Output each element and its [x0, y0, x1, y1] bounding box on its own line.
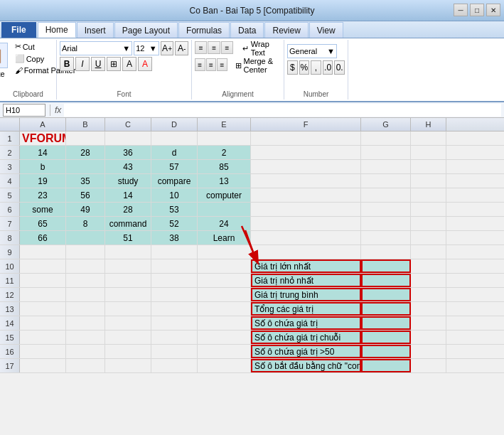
close-button[interactable]: ✕ [486, 4, 500, 16]
cell-d2[interactable]: d [151, 146, 198, 159]
cell-e2[interactable]: 2 [198, 146, 251, 159]
cell-reference-box[interactable]: H10 [3, 104, 45, 117]
cell-e10[interactable] [198, 259, 251, 273]
decrease-decimal-button[interactable]: 0. [334, 60, 345, 75]
cell-h17[interactable] [411, 359, 446, 372]
tab-view[interactable]: View [309, 22, 343, 38]
cell-e8[interactable]: Learn [198, 231, 251, 245]
maximize-button[interactable]: □ [470, 4, 484, 16]
cell-f12[interactable]: Giá trị trung bình [251, 288, 361, 301]
cell-g2[interactable] [361, 146, 411, 159]
cell-a4[interactable]: 19 [20, 174, 66, 188]
cell-f6[interactable] [251, 203, 361, 216]
cell-f14[interactable]: Số ô chứa giá trị [251, 316, 361, 330]
minimize-button[interactable]: ─ [454, 4, 468, 16]
cell-b14[interactable] [66, 316, 105, 330]
cell-a6[interactable]: some [20, 203, 66, 216]
cell-a15[interactable] [20, 331, 66, 344]
tab-home[interactable]: Home [38, 22, 76, 38]
font-size-select[interactable]: 12 ▼ [134, 41, 159, 55]
cell-e15[interactable] [198, 331, 251, 344]
cell-e11[interactable] [198, 274, 251, 287]
cell-c13[interactable] [105, 302, 151, 316]
cell-g14[interactable] [361, 316, 411, 330]
cell-a12[interactable] [20, 288, 66, 301]
cell-h16[interactable] [411, 345, 446, 358]
align-right-button[interactable]: ≡ [217, 58, 227, 71]
tab-insert[interactable]: Insert [77, 22, 114, 38]
border-button[interactable]: ⊞ [107, 57, 121, 71]
increase-font-button[interactable]: A+ [161, 41, 174, 55]
cell-f7[interactable] [251, 217, 361, 230]
italic-button[interactable]: I [75, 57, 90, 71]
cell-e12[interactable] [198, 288, 251, 301]
align-top-center-button[interactable]: ≡ [208, 41, 220, 54]
tab-page-layout[interactable]: Page Layout [114, 22, 178, 38]
tab-file[interactable]: File [1, 22, 36, 38]
col-header-e[interactable]: E [198, 118, 251, 131]
cell-c10[interactable] [105, 259, 151, 273]
cell-f15[interactable]: Số ô chứa giá trị chuỗi [251, 331, 361, 344]
cell-a11[interactable] [20, 274, 66, 287]
col-header-d[interactable]: D [151, 118, 198, 131]
cell-c5[interactable]: 14 [105, 188, 151, 202]
col-header-f[interactable]: F [251, 118, 361, 131]
cell-h2[interactable] [411, 146, 446, 159]
col-header-h[interactable]: H [411, 118, 446, 131]
cell-c6[interactable]: 28 [105, 203, 151, 216]
cell-d4[interactable]: compare [151, 174, 198, 188]
number-format-select[interactable]: General ▼ [287, 44, 337, 58]
cell-d15[interactable] [151, 331, 198, 344]
cell-g1[interactable] [361, 131, 411, 145]
currency-button[interactable]: $ [287, 60, 298, 75]
cell-a9[interactable] [20, 245, 66, 259]
cell-h6[interactable] [411, 203, 446, 216]
cell-e1[interactable] [198, 131, 251, 145]
cell-b13[interactable] [66, 302, 105, 316]
cell-h9[interactable] [411, 245, 446, 259]
cell-h10[interactable] [411, 259, 446, 273]
cell-d9[interactable] [151, 245, 198, 259]
cell-a16[interactable] [20, 345, 66, 358]
cell-b3[interactable] [66, 160, 105, 173]
cell-e3[interactable]: 85 [198, 160, 251, 173]
cell-g9[interactable] [361, 245, 411, 259]
cell-b2[interactable]: 28 [66, 146, 105, 159]
cell-b4[interactable]: 35 [66, 174, 105, 188]
cell-d5[interactable]: 10 [151, 188, 198, 202]
paste-button[interactable]: 📋 Paste [0, 41, 11, 88]
cell-f10[interactable]: Giá trị lớn nhất [251, 259, 361, 273]
cell-g13[interactable] [361, 302, 411, 316]
cell-h4[interactable] [411, 174, 446, 188]
cell-b1[interactable] [66, 131, 105, 145]
col-header-b[interactable]: B [66, 118, 105, 131]
cell-h3[interactable] [411, 160, 446, 173]
cell-e9[interactable] [198, 245, 251, 259]
cell-g8[interactable] [361, 231, 411, 245]
cell-g10[interactable] [361, 259, 411, 273]
cell-e4[interactable]: 13 [198, 174, 251, 188]
cell-d12[interactable] [151, 288, 198, 301]
cell-e6[interactable] [198, 203, 251, 216]
sheet-scroll[interactable]: A B C D E F G H 1 VFORUM.VN [0, 118, 504, 435]
cell-e14[interactable] [198, 316, 251, 330]
cell-f4[interactable] [251, 174, 361, 188]
align-top-left-button[interactable]: ≡ [195, 41, 207, 54]
cell-b10[interactable] [66, 259, 105, 273]
formula-input[interactable] [64, 104, 501, 117]
cell-a7[interactable]: 65 [20, 217, 66, 230]
cell-b8[interactable] [66, 231, 105, 245]
align-center-button[interactable]: ≡ [206, 58, 217, 71]
cell-d11[interactable] [151, 274, 198, 287]
cell-b16[interactable] [66, 345, 105, 358]
cell-d8[interactable]: 38 [151, 231, 198, 245]
cell-e7[interactable]: 24 [198, 217, 251, 230]
cell-f1[interactable] [251, 131, 361, 145]
cell-b11[interactable] [66, 274, 105, 287]
align-top-right-button[interactable]: ≡ [221, 41, 233, 54]
decrease-font-button[interactable]: A- [175, 41, 188, 55]
cell-f5[interactable] [251, 188, 361, 202]
comma-button[interactable]: , [311, 60, 321, 75]
col-header-g[interactable]: G [361, 118, 411, 131]
cell-h7[interactable] [411, 217, 446, 230]
